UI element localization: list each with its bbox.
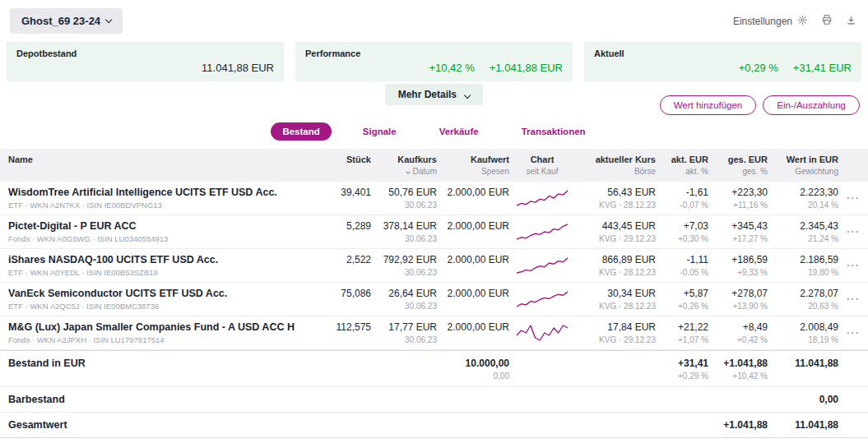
cell-kaufwert: 2.000,00 EUR xyxy=(437,254,509,265)
cell-kaufwert: 2.000,00 EUR xyxy=(437,187,509,198)
table-row: WisdomTree Artificial Intelligence UCITS… xyxy=(0,182,868,215)
sparkline-chart xyxy=(517,324,568,345)
tab-bestand[interactable]: Bestand xyxy=(271,122,331,141)
cell-kaufkurs: 26,64 EUR 30.06.23 xyxy=(371,288,437,311)
tab-bar: Bestand Signale Verkäufe Transaktionen xyxy=(0,119,868,144)
totals-row-barbestand: Barbestand 0,00 xyxy=(0,387,868,413)
cell-kaufkurs: 50,76 EUR 30.06.23 xyxy=(371,187,437,210)
cell-kaufkurs: 378,14 EUR 30.06.23 xyxy=(371,220,437,243)
download-button[interactable] xyxy=(844,13,858,30)
cell-stueck: 2,522 xyxy=(307,254,371,265)
settings-button[interactable]: Einstellungen xyxy=(731,13,810,30)
row-menu-button[interactable]: ··· xyxy=(847,259,860,271)
sparkline-chart xyxy=(517,290,568,311)
mehr-details-button[interactable]: Mehr Details xyxy=(385,84,484,105)
totals-ges-eur: +1.041,88 +10,42 % xyxy=(708,358,768,381)
cell-aktueller-kurs: 866,89 EUR KVG · 28.12.23 xyxy=(570,254,656,277)
cell-akt-eur: +5,87 +0,26 % xyxy=(656,288,708,311)
controls-row: Mehr Details Wert hinzufügen Ein-/Auszah… xyxy=(0,81,868,118)
totals-akt-eur: +31,41 +0,29 % xyxy=(656,358,708,381)
asset-meta: ETF · WKN A0YEDL · ISIN IE00B53SZB19 xyxy=(8,268,307,277)
portfolio-page: Ghost_69 23-24 Einstellungen xyxy=(0,0,868,443)
cell-wert: 2.186,59 19,80 % xyxy=(768,254,838,277)
printer-icon xyxy=(821,14,833,28)
row-menu-button[interactable]: ··· xyxy=(847,192,860,204)
totals-wert: 11.041,88 xyxy=(768,358,838,369)
card-aktuell-value: +31,41 EUR xyxy=(793,62,852,74)
cell-aktueller-kurs: 30,34 EUR KVG · 28.12.23 xyxy=(570,288,656,311)
table-header: Name Stück Kaufkurs Datum Kaufwert Spese… xyxy=(0,149,868,182)
cell-kaufwert: 2.000,00 EUR xyxy=(437,288,509,299)
row-menu-button[interactable]: ··· xyxy=(847,326,860,339)
asset-meta: Fonds · WKN A2JPXH · ISIN LU1797817514 xyxy=(8,335,307,344)
row-menu-button[interactable]: ··· xyxy=(847,293,860,305)
table-row: VanEck Semiconductor UCITS ETF USD Acc. … xyxy=(0,283,868,316)
print-button[interactable] xyxy=(819,12,834,30)
cell-chart xyxy=(509,254,570,278)
asset-name[interactable]: VanEck Semiconductor UCITS ETF USD Acc. xyxy=(8,288,307,299)
cell-kaufwert: 2.000,00 EUR xyxy=(437,321,509,333)
card-performance-value: +1.041,88 EUR xyxy=(490,62,563,74)
col-header-kaufwert: Kaufwert Spesen xyxy=(437,155,509,176)
cell-ges-eur: +8,49 +0,42 % xyxy=(708,321,768,344)
card-depotbestand: Depotbestand 11.041,88 EUR xyxy=(7,42,284,81)
col-header-wert: Wert in EUR Gewichtung xyxy=(768,155,838,176)
chevron-down-icon xyxy=(464,92,471,99)
cell-akt-eur: +21,22 +1,07 % xyxy=(656,321,708,344)
cell-aktueller-kurs: 56,43 EUR KVG · 28.12.23 xyxy=(570,187,656,210)
cell-ges-eur: +345,43 +17,27 % xyxy=(708,220,768,243)
row-menu-button[interactable]: ··· xyxy=(847,225,860,238)
cell-kaufkurs: 792,92 EUR 30.06.23 xyxy=(371,254,437,277)
ein-auszahlung-button[interactable]: Ein-/Auszahlung xyxy=(763,95,860,115)
cell-ges-eur: +223,30 +11,16 % xyxy=(708,187,768,210)
cell-chart xyxy=(509,220,570,244)
card-performance-pct: +10,42 % xyxy=(429,62,474,74)
sparkline-chart xyxy=(517,256,568,278)
barbestand-label: Barbestand xyxy=(8,394,307,405)
sort-chevron-icon[interactable] xyxy=(406,169,411,174)
tab-signale[interactable]: Signale xyxy=(351,122,408,141)
asset-name[interactable]: Pictet-Digital - P EUR ACC xyxy=(8,220,307,232)
tab-verkaeufe[interactable]: Verkäufe xyxy=(428,122,490,141)
portfolio-name: Ghost_69 23-24 xyxy=(21,15,100,27)
card-aktuell-label: Aktuell xyxy=(594,48,852,58)
settings-label: Einstellungen xyxy=(733,16,792,27)
gesamtwert-label: Gesamtwert xyxy=(8,419,307,431)
cell-kaufkurs: 17,77 EUR 30.06.23 xyxy=(371,321,437,344)
cell-wert: 2.278,07 20,63 % xyxy=(768,288,838,311)
wert-hinzufuegen-button[interactable]: Wert hinzufügen xyxy=(660,95,757,115)
tab-transaktionen[interactable]: Transaktionen xyxy=(510,122,597,141)
card-aktuell: Aktuell +0,29 % +31,41 EUR xyxy=(584,42,861,81)
card-aktuell-pct: +0,29 % xyxy=(739,62,778,74)
cell-kaufwert: 2.000,00 EUR xyxy=(437,220,509,232)
cell-wert: 2.008,49 18,19 % xyxy=(768,321,838,344)
cell-aktueller-kurs: 443,45 EUR KVG · 29.12.23 xyxy=(570,220,656,243)
cell-stueck: 5,289 xyxy=(307,220,371,232)
cell-ges-eur: +186,59 +9,33 % xyxy=(708,254,768,277)
card-performance-label: Performance xyxy=(305,48,563,58)
portfolio-selector[interactable]: Ghost_69 23-24 xyxy=(10,8,123,34)
col-header-ges-eur: ges. EUR ges. % xyxy=(708,155,768,176)
col-header-kaufkurs[interactable]: Kaufkurs Datum xyxy=(371,155,437,176)
totals-kaufwert: 10.000,00 0,00 xyxy=(437,358,509,381)
totals-row-bestand: Bestand in EUR 10.000,00 0,00 +31,41 +0,… xyxy=(0,350,868,387)
barbestand-wert: 0,00 xyxy=(768,394,838,405)
cell-akt-eur: -1,61 -0,07 % xyxy=(656,187,708,210)
chevron-down-icon xyxy=(105,16,112,22)
download-icon xyxy=(846,15,856,28)
card-depotbestand-label: Depotbestand xyxy=(16,48,274,58)
asset-meta: Fonds · WKN A0G5WG · ISIN LU0340554913 xyxy=(8,234,307,243)
cell-akt-eur: -1,11 -0,05 % xyxy=(656,254,708,277)
asset-name[interactable]: WisdomTree Artificial Intelligence UCITS… xyxy=(8,187,307,198)
col-header-name: Name xyxy=(8,155,307,164)
gesamtwert-wert: 11.041,88 xyxy=(768,419,838,431)
top-bar: Ghost_69 23-24 Einstellungen xyxy=(0,0,868,39)
cell-akt-eur: +7,03 +0,30 % xyxy=(656,220,708,243)
gear-icon xyxy=(797,15,808,28)
asset-name[interactable]: M&G (Lux) Japan Smaller Companies Fund -… xyxy=(8,321,307,333)
cell-stueck: 39,401 xyxy=(307,187,371,198)
gesamtwert-ges-eur: +1.041,88 xyxy=(708,419,768,431)
asset-meta: ETF · WKN A2QC5J · ISIN IE00BMC38736 xyxy=(8,302,307,311)
card-depotbestand-value: 11.041,88 EUR xyxy=(202,62,274,74)
asset-name[interactable]: iShares NASDAQ-100 UCITS ETF USD Acc. xyxy=(8,254,307,265)
